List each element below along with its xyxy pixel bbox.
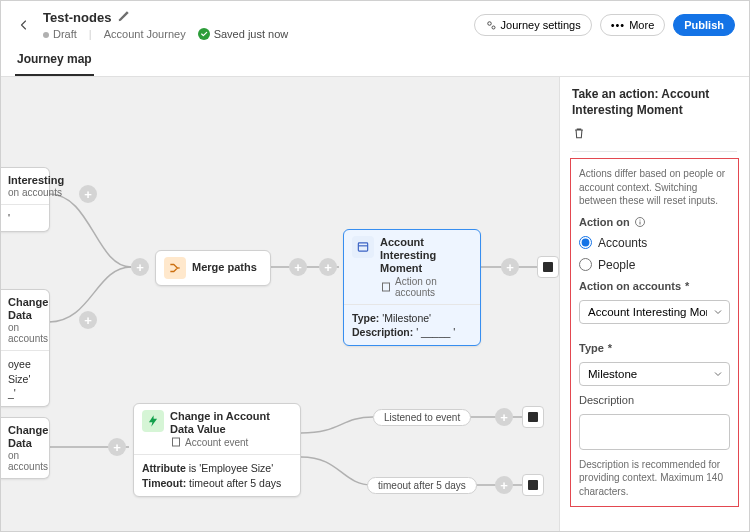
action-on-label: Action on [579,216,730,228]
add-node-button[interactable]: + [131,258,149,276]
svg-point-1 [492,26,495,29]
add-node-button[interactable]: + [501,258,519,276]
journey-settings-button[interactable]: Journey settings [474,14,592,36]
node-interesting-moment-prev[interactable]: Interestingon accounts ' [1,167,50,232]
type-select[interactable] [579,362,730,386]
svg-rect-3 [383,283,390,291]
top-buttons: Journey settings ••• More Publish [474,14,735,36]
meta-row: Draft | Account Journey Saved just now [43,28,464,40]
add-node-button[interactable]: + [79,185,97,203]
app-root: Test-nodes Draft | Account Journey Saved… [0,0,750,532]
svg-rect-4 [173,438,180,446]
action-select[interactable] [579,300,730,324]
event-icon [142,410,164,432]
svg-rect-7 [639,221,640,224]
back-button[interactable] [15,16,33,34]
edit-title-button[interactable] [117,9,131,26]
info-icon[interactable] [634,216,646,228]
publish-button[interactable]: Publish [673,14,735,36]
svg-rect-2 [358,243,367,251]
node-change-data-1[interactable]: Change Dataon accounts oyee Size'_' [1,289,50,407]
journey-type: Account Journey [104,28,186,40]
title-block: Test-nodes Draft | Account Journey Saved… [43,9,464,40]
building-icon [170,436,182,448]
merge-icon [164,257,186,279]
end-node[interactable] [537,256,559,278]
topbar: Test-nodes Draft | Account Journey Saved… [1,1,749,40]
arrow-left-icon [18,19,30,31]
node-account-interesting-moment[interactable]: Account Interesting Moment Action on acc… [343,229,481,346]
canvas[interactable]: Interestingon accounts ' Change Dataon a… [1,77,559,531]
properties-panel: Take an action: Account Interesting Mome… [559,77,749,531]
radio-people[interactable]: People [579,258,730,272]
svg-point-6 [639,219,640,220]
checkmark-icon [198,28,210,40]
description-help: Description is recommended for providing… [579,458,730,499]
status-badge: Draft [43,28,77,40]
add-node-button[interactable]: + [495,408,513,426]
radio-accounts[interactable]: Accounts [579,236,730,250]
ellipsis-icon: ••• [611,19,626,31]
add-node-button[interactable]: + [319,258,337,276]
add-node-button[interactable]: + [495,476,513,494]
add-node-button[interactable]: + [108,438,126,456]
panel-title: Take an action: Account Interesting Mome… [572,87,737,118]
add-node-button[interactable]: + [79,311,97,329]
add-node-button[interactable]: + [289,258,307,276]
journey-title: Test-nodes [43,10,111,25]
more-button[interactable]: ••• More [600,14,666,36]
gears-icon [485,19,497,31]
description-input[interactable] [579,414,730,450]
delete-node-button[interactable] [572,126,737,143]
branch-label-timeout: timeout after 5 days [367,477,477,494]
pencil-icon [117,9,131,23]
trash-icon [572,126,586,140]
building-icon [380,281,392,293]
svg-point-0 [487,21,491,25]
tabs: Journey map [1,40,749,77]
action-icon [352,236,374,258]
workspace: Interestingon accounts ' Change Dataon a… [1,77,749,531]
node-change-account-data[interactable]: Change in Account Data Value Account eve… [133,403,301,497]
action-on-accounts-label: Action on accounts * [579,280,730,292]
type-label: Type * [579,342,730,354]
end-node[interactable] [522,406,544,428]
node-merge-paths[interactable]: Merge paths [155,250,271,286]
highlighted-section: Actions differ based on people or accoun… [570,158,739,507]
description-label: Description [579,394,730,406]
tab-journey-map[interactable]: Journey map [15,46,94,76]
help-text: Actions differ based on people or accoun… [579,167,730,208]
branch-label-listened: Listened to event [373,409,471,426]
node-change-data-2[interactable]: Change Dataon accounts [1,417,50,479]
end-node[interactable] [522,474,544,496]
save-status: Saved just now [198,28,289,40]
